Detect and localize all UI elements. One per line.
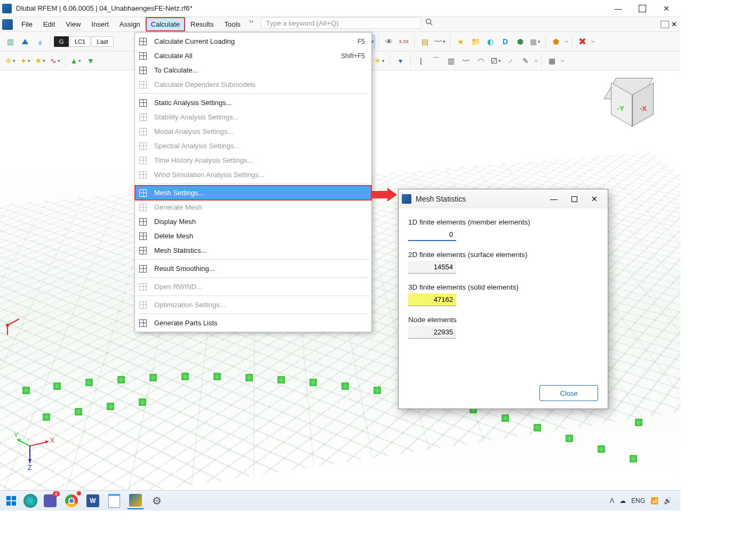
taskbar-chrome-icon[interactable]	[63, 492, 80, 509]
tool-folder-icon[interactable]: 📁	[468, 35, 482, 49]
tool-filter-icon[interactable]: ▾	[393, 54, 407, 68]
menu-separator	[138, 93, 368, 94]
menu-item-calculate-current-loading[interactable]: Calculate Current LoadingF5	[135, 34, 371, 49]
tool-node-yellow-icon[interactable]: ✳▾	[3, 54, 17, 68]
tool-r4-icon[interactable]: 〰	[459, 54, 473, 68]
tool-circle-icon[interactable]: ◐	[483, 35, 497, 49]
tool-cancel-icon[interactable]: ✖	[575, 35, 589, 49]
tool-lastbox[interactable]: Last	[91, 36, 114, 47]
maximize-button[interactable]	[630, 1, 654, 17]
tool-r6-icon[interactable]: ⟋	[504, 54, 518, 68]
tool-r3-icon[interactable]: ▥	[444, 54, 458, 68]
taskbar-teams-icon[interactable]: 6	[42, 492, 59, 509]
menu-results[interactable]: Results	[185, 17, 219, 31]
tool-lcbox[interactable]: LC1	[70, 36, 90, 47]
toolbar-overflow-icon[interactable]: ››	[565, 39, 568, 44]
menu-item-label: Time History Analysis Settings...	[154, 156, 365, 164]
menu-item-mesh-settings[interactable]: Mesh Settings...	[135, 186, 371, 200]
tool-dice-icon[interactable]: ⚂▾	[489, 54, 503, 68]
svg-text:Z: Z	[28, 464, 31, 471]
menu-item-to-calculate[interactable]: To Calculate...	[135, 63, 371, 77]
dialog-close-button[interactable]: ✕	[584, 191, 605, 206]
tool-sun-icon[interactable]: ☀▾	[372, 54, 386, 68]
tool-support2-icon[interactable]: ⏚	[33, 35, 47, 49]
tray-cloud-icon[interactable]: ☁	[619, 497, 626, 505]
tool-star-icon[interactable]: ★	[454, 35, 467, 49]
menu-separator	[138, 314, 368, 314]
menu-overflow-icon[interactable]: ››	[246, 17, 257, 31]
support-marker	[502, 414, 509, 422]
menu-item-result-smoothing[interactable]: Result Smoothing...	[135, 261, 371, 276]
tool-wave-icon[interactable]: 〰▾	[433, 35, 447, 49]
menu-item-static-analysis-settings[interactable]: Static Analysis Settings...	[135, 95, 371, 110]
menu-item-display-mesh[interactable]: Display Mesh	[135, 214, 371, 229]
menu-item-label: Calculate Dependent Submodels	[154, 81, 365, 89]
tool-r5-icon[interactable]: ◠	[474, 54, 488, 68]
tool-eye-icon[interactable]: 👁	[382, 35, 396, 49]
menu-file[interactable]: File	[16, 17, 38, 31]
menu-item-delete-mesh[interactable]: Delete Mesh	[135, 229, 371, 243]
support-marker	[181, 373, 189, 380]
taskbar-settings-icon[interactable]: ⚙	[148, 492, 165, 509]
taskbar-notepad-icon[interactable]	[106, 492, 123, 509]
menu-view[interactable]: View	[60, 17, 86, 31]
tool-pkg-icon[interactable]: ▦▾	[528, 35, 542, 49]
dialog-minimize-button[interactable]: —	[544, 191, 564, 206]
tool-support-icon[interactable]	[18, 35, 32, 49]
taskbar-edge-icon[interactable]	[23, 494, 37, 508]
tool-r2-icon[interactable]: ⌒	[429, 54, 443, 68]
tray-wifi-icon[interactable]: 📶	[650, 497, 658, 505]
menu-item-calculate-all[interactable]: Calculate AllShift+F5	[135, 49, 371, 63]
support-marker	[117, 376, 125, 383]
taskbar-rfem-icon[interactable]	[127, 492, 144, 509]
tool-grid-yellow-icon[interactable]: ✷▾	[33, 54, 47, 68]
grid-icon	[137, 36, 149, 47]
tray-volume-icon[interactable]: 🔊	[664, 497, 672, 505]
taskbar-word-icon[interactable]: W	[84, 492, 101, 509]
menu-item-open-rwind: Open RWIND...	[135, 279, 371, 294]
tool-shape-icon[interactable]: ⬟	[549, 35, 563, 49]
tool-grid2-icon[interactable]: ▦	[545, 54, 559, 68]
tool-line-yellow-icon[interactable]: ✦▾	[18, 54, 32, 68]
dialog-maximize-button[interactable]	[564, 191, 584, 206]
app-menu-icon[interactable]	[2, 19, 13, 30]
tool-r1-icon[interactable]: ⌊	[414, 54, 428, 68]
gear-icon	[137, 112, 149, 123]
window-restore-icon[interactable]	[661, 21, 669, 28]
tool-xxx-icon[interactable]: x.xx	[397, 35, 411, 49]
tool-curve-red-icon[interactable]: ∿▾	[48, 54, 62, 68]
window-close-mini-icon[interactable]: ✕	[671, 20, 677, 28]
stat-value[interactable]: 47162	[408, 293, 456, 306]
menu-insert[interactable]: Insert	[86, 17, 114, 31]
tool-support-green-icon[interactable]: ▲▾	[69, 54, 83, 68]
close-button[interactable]: Close	[539, 385, 598, 401]
tool-d-icon[interactable]: D	[498, 35, 512, 49]
tray-language[interactable]: ENG	[631, 497, 645, 505]
tool-support-green2-icon[interactable]: ▼	[84, 54, 98, 68]
menu-separator	[138, 259, 368, 260]
tool-r7-icon[interactable]: ✎	[519, 54, 533, 68]
menu-tools[interactable]: Tools	[219, 17, 245, 31]
minimize-button[interactable]: —	[606, 1, 630, 17]
dialog-titlebar[interactable]: Mesh Statistics — ✕	[399, 189, 608, 209]
tray-chevron-icon[interactable]: ᐱ	[610, 497, 614, 505]
stat-value[interactable]: 22935	[408, 326, 456, 339]
menu-item-label: Spectral Analysis Settings...	[154, 142, 365, 150]
stat-value[interactable]: 14554	[408, 261, 456, 274]
menu-item-shortcut: Shift+F5	[341, 52, 365, 60]
stat-value[interactable]: 0	[408, 228, 456, 241]
keyword-search[interactable]: Type a keyword (Alt+Q)	[261, 17, 421, 29]
menu-edit[interactable]: Edit	[38, 17, 60, 31]
menu-item-mesh-statistics[interactable]: Mesh Statistics...	[135, 243, 371, 258]
start-button[interactable]	[3, 493, 19, 509]
menu-assign[interactable]: Assign	[114, 17, 146, 31]
menu-calculate[interactable]: Calculate	[146, 17, 185, 31]
navigation-cube[interactable]: -Y -X	[599, 75, 658, 133]
tool-gbox[interactable]: G	[54, 36, 69, 47]
tool-cube-icon[interactable]: ⬢	[513, 35, 527, 49]
search-icon[interactable]	[424, 17, 434, 27]
tool-new-icon[interactable]: ▥	[3, 35, 17, 49]
menu-item-generate-parts-lists[interactable]: Generate Parts Lists	[135, 316, 371, 330]
close-button[interactable]: ✕	[654, 1, 678, 17]
tool-layers-icon[interactable]: ▤	[418, 35, 432, 49]
